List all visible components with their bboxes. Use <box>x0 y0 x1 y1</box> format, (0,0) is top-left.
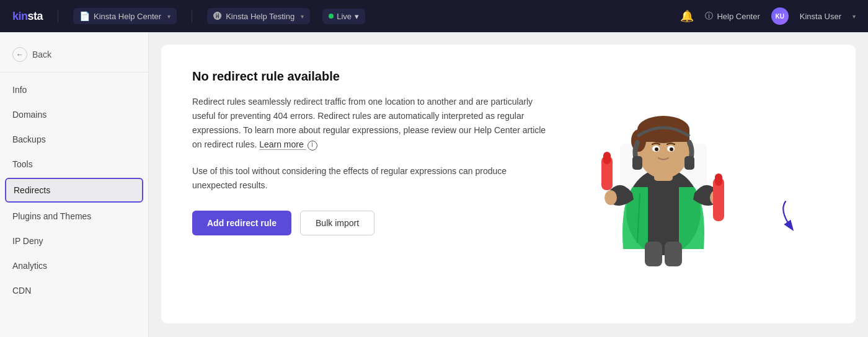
top-navigation: kinsta 📄 Kinsta Help Center ▾ 🅦 Kinsta H… <box>0 0 868 32</box>
sidebar-item-tools-label: Tools <box>12 159 33 169</box>
site-selector-1[interactable]: 📄 Kinsta Help Center ▾ <box>73 8 177 24</box>
svg-rect-22 <box>665 242 682 266</box>
sidebar-item-backups[interactable]: Backups <box>0 127 148 152</box>
sidebar: ← Back Info Domains Backups Tools Redire… <box>0 32 149 337</box>
arrow-annotation <box>775 196 825 234</box>
back-button[interactable]: ← Back <box>0 42 148 72</box>
learn-more-link[interactable]: Learn more <box>259 139 306 150</box>
sidebar-item-analytics-label: Analytics <box>12 261 47 271</box>
card-description1: Redirect rules seamlessly redirect traff… <box>192 95 552 152</box>
sidebar-item-info-label: Info <box>12 85 27 95</box>
live-status-label: Live <box>337 12 352 21</box>
site1-label: Kinsta Help Center <box>94 12 161 21</box>
site2-chevron-icon: ▾ <box>301 13 304 20</box>
bulk-import-button[interactable]: Bulk import <box>300 211 374 235</box>
svg-point-14 <box>670 147 673 151</box>
username-label[interactable]: Kinsta User <box>800 12 841 21</box>
svg-rect-9 <box>632 156 642 170</box>
sidebar-item-backups-label: Backups <box>12 134 46 144</box>
sidebar-item-tools[interactable]: Tools <box>0 152 148 177</box>
card-title: No redirect rule available <box>192 69 552 84</box>
help-circle-icon: ⓘ <box>705 11 713 22</box>
sidebar-item-domains[interactable]: Domains <box>0 102 148 127</box>
sidebar-item-ip-deny[interactable]: IP Deny <box>0 229 148 253</box>
svg-rect-20 <box>715 173 722 186</box>
svg-rect-17 <box>603 152 611 164</box>
sidebar-item-plugins-themes[interactable]: Plugins and Themes <box>0 204 148 229</box>
sidebar-item-redirects[interactable]: Redirects <box>5 178 143 203</box>
sidebar-item-redirects-label: Redirects <box>14 185 50 195</box>
svg-point-15 <box>604 190 617 205</box>
content-left: No redirect rule available Redirect rule… <box>192 69 552 235</box>
notification-bell-icon[interactable]: 🔔 <box>680 9 694 23</box>
site-selector-2[interactable]: 🅦 Kinsta Help Testing ▾ <box>207 8 310 24</box>
site1-chevron-icon: ▾ <box>167 13 170 20</box>
nav-right-section: 🔔 ⓘ Help Center KU Kinsta User ▾ <box>680 7 856 25</box>
live-dot-icon <box>329 14 334 19</box>
kinsta-logo: kinsta <box>12 10 43 23</box>
main-content: No redirect rule available Redirect rule… <box>149 32 868 337</box>
sidebar-item-ip-deny-label: IP Deny <box>12 236 43 246</box>
live-chevron-icon: ▾ <box>355 12 359 21</box>
help-center-link[interactable]: ⓘ Help Center <box>705 11 760 22</box>
back-label: Back <box>32 50 51 59</box>
sidebar-item-cdn-label: CDN <box>12 286 31 295</box>
info-tooltip-icon[interactable]: i <box>308 141 317 151</box>
app-layout: ← Back Info Domains Backups Tools Redire… <box>0 32 868 337</box>
content-card: No redirect rule available Redirect rule… <box>161 45 856 323</box>
site2-label: Kinsta Help Testing <box>226 12 294 21</box>
illustration-area <box>577 69 750 268</box>
card-actions: Add redirect rule Bulk import <box>192 211 552 235</box>
sidebar-item-cdn[interactable]: CDN <box>0 278 148 303</box>
username-chevron-icon: ▾ <box>852 13 856 20</box>
card-description2: Use of this tool without considering the… <box>192 164 552 193</box>
svg-rect-10 <box>684 156 694 170</box>
live-status-badge[interactable]: Live ▾ <box>322 9 365 24</box>
sidebar-item-analytics[interactable]: Analytics <box>0 253 148 278</box>
site2-icon: 🅦 <box>213 11 222 21</box>
back-arrow-icon: ← <box>12 47 27 62</box>
add-redirect-rule-button[interactable]: Add redirect rule <box>192 211 291 235</box>
sidebar-item-plugins-themes-label: Plugins and Themes <box>12 211 91 221</box>
nav-divider-1 <box>58 9 58 23</box>
site1-icon: 📄 <box>79 11 90 21</box>
help-center-label: Help Center <box>717 12 760 21</box>
sidebar-item-info[interactable]: Info <box>0 77 148 102</box>
svg-point-13 <box>655 147 658 151</box>
user-avatar: KU <box>771 7 789 25</box>
nav-divider-2 <box>192 9 192 23</box>
svg-rect-21 <box>645 242 662 266</box>
sidebar-item-domains-label: Domains <box>12 110 46 120</box>
character-illustration <box>583 69 744 268</box>
